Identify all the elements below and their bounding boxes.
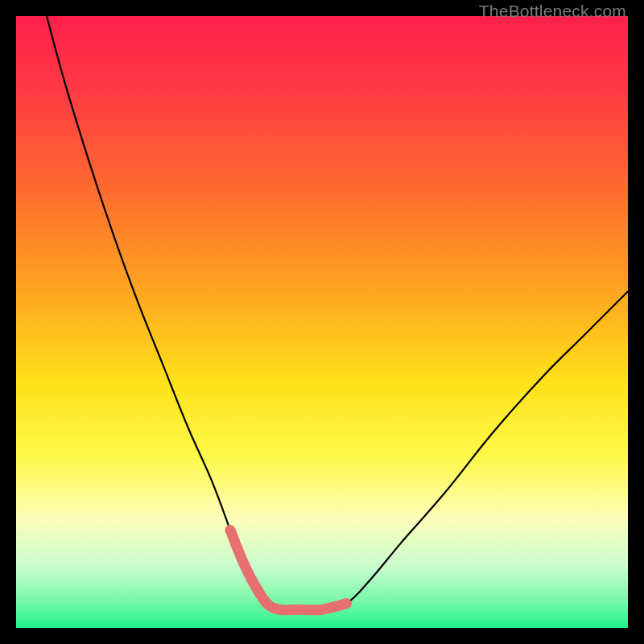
highlight-segment [230,530,346,609]
curve-layer [16,16,628,628]
bottleneck-curve [47,16,628,610]
chart-frame: TheBottleneck.com [0,0,644,644]
plot-area [16,16,628,628]
watermark-text: TheBottleneck.com [479,2,626,21]
